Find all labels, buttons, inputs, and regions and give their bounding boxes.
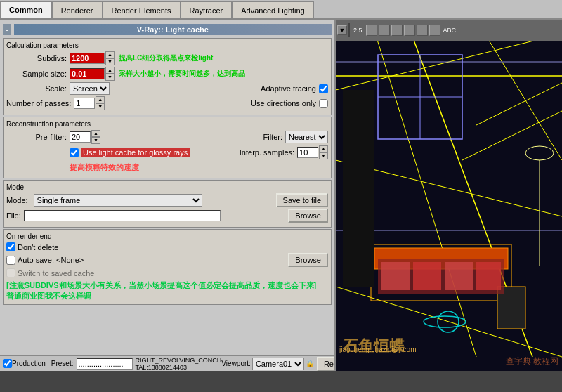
watermark-site: jiaocheng.chazidian.com [339, 346, 417, 353]
vp-tool3[interactable] [391, 25, 403, 36]
mode-select[interactable]: Single frame Fly-through From file Progr… [34, 194, 202, 207]
status-text: RIGHT_REVOLVING_CONCH TAL:13880214403 [136, 357, 222, 371]
prefilter-down[interactable]: ▼ [91, 137, 100, 144]
pre-filter-input[interactable] [70, 131, 91, 143]
file-browse-button[interactable]: Browse [288, 209, 328, 223]
auto-save-browse-row: Auto save: <None> Browse [6, 253, 328, 267]
left-panel: - V-Ray:: Light cache Calculation parame… [0, 20, 336, 371]
mode-row: Mode: Single frame Fly-through From file… [6, 193, 328, 207]
prefilter-filter-row: Pre-filter: ▲ ▼ Filter: Nearest None Fix… [6, 130, 328, 144]
mode-title: Mode [6, 183, 328, 191]
interp-up[interactable]: ▲ [319, 145, 328, 152]
save-to-file-button[interactable]: Save to file [276, 193, 328, 207]
viewport-select[interactable]: Camera01 [252, 358, 304, 370]
main-layout: - V-Ray:: Light cache Calculation parame… [0, 20, 562, 371]
num-passes-input[interactable] [74, 98, 95, 109]
use-directions-label: Use directions only [251, 99, 316, 107]
viewport-label: Viewport: [221, 360, 251, 367]
panel-title: V-Ray:: Light cache [14, 24, 332, 35]
sample-size-input[interactable] [70, 68, 105, 79]
dont-delete-row: Don't delete [6, 242, 328, 251]
interp-samples-input[interactable] [297, 147, 318, 158]
subdivs-spinner[interactable]: ▲ ▼ [70, 51, 115, 65]
use-directions-checkbox[interactable] [319, 99, 328, 108]
vp-number-label: 2.5 [351, 27, 365, 34]
vp-tool6[interactable] [429, 25, 440, 36]
file-row: File: Browse [6, 209, 328, 223]
viewport-panel[interactable]: ▼ 2.5 ABC 石鱼恒蝶 jiaocheng.chazidian.com 查… [336, 20, 562, 371]
vp-arrow-icon[interactable]: ▼ [337, 25, 347, 35]
sample-size-label: Sample size: [6, 70, 70, 78]
switch-label: Switch to saved cache [18, 269, 94, 277]
calc-params-title: Calculation parameters [6, 41, 328, 49]
vp-abc-label: ABC [442, 27, 458, 34]
auto-save-row: Auto save: <None> [6, 256, 288, 265]
annotation2: 采样大小越小，需要时间越多，达到高品 [117, 67, 247, 80]
sample-size-spinner[interactable]: ▲ ▼ [70, 67, 115, 81]
vp-tool2[interactable] [379, 25, 390, 36]
tab-render-elements[interactable]: Render Elements [103, 1, 181, 18]
subdivs-up[interactable]: ▲ [105, 51, 115, 58]
vp-tool1[interactable] [366, 25, 377, 36]
auto-save-label: Auto save: <None> [18, 256, 84, 264]
on-render-end-group: On render end Don't delete Auto save: <N… [3, 229, 332, 305]
preset-input[interactable] [77, 358, 133, 370]
preset-label: Preset: [51, 360, 74, 367]
passes-down[interactable]: ▼ [96, 103, 105, 110]
dont-delete-label: Don't delete [18, 243, 58, 251]
recon-params-title: Reconstruction parameters [6, 120, 328, 128]
pre-filter-spinner[interactable]: ▲ ▼ [70, 130, 100, 144]
tab-advanced-lighting[interactable]: Advanced Lighting [232, 1, 314, 18]
on-render-browse-button[interactable]: Browse [288, 253, 328, 267]
pre-filter-label: Pre-filter: [6, 133, 70, 141]
tab-common[interactable]: Common [0, 1, 52, 18]
watermark-corner: 查字典 教程网 [506, 355, 558, 367]
calculation-params-group: Calculation parameters Subdivs: ▲ ▼ 提高LC… [3, 38, 332, 115]
sample-size-row: Sample size: ▲ ▼ 采样大小越小，需要时间越多，达到高品 [6, 67, 328, 81]
annotation4: [注意SUBDIVS和场景大小有关系，当然小场景提高这个值必定会提高品质，速度也… [6, 281, 316, 300]
num-passes-spinner[interactable]: ▲ ▼ [74, 96, 105, 110]
subdivs-label: Subdivs: [6, 54, 70, 63]
svg-rect-20 [343, 90, 374, 287]
bottom-bar: Production Preset: RIGHT_REVOLVING_CONCH… [0, 355, 336, 371]
production-label: Production [12, 360, 46, 367]
interp-samples-spinner[interactable]: ▲ ▼ [297, 145, 328, 159]
interp-samples-label: Interp. samples: [240, 148, 294, 157]
scale-label: Scale: [6, 84, 70, 93]
auto-save-checkbox[interactable] [6, 256, 15, 265]
switch-row: Switch to saved cache [6, 268, 328, 277]
interp-down[interactable]: ▼ [319, 152, 328, 159]
on-render-end-title: On render end [6, 233, 328, 240]
sample-up[interactable]: ▲ [105, 67, 115, 74]
render-button[interactable]: Render [317, 357, 336, 371]
subdivs-input[interactable] [70, 53, 105, 64]
adaptive-tracing-checkbox[interactable] [319, 84, 328, 93]
annotation1: 提高LC细分取得黑点来检light [117, 52, 214, 65]
scale-select[interactable]: Screen World [70, 82, 110, 95]
file-input[interactable] [24, 210, 221, 221]
tab-raytracer[interactable]: Raytracer [181, 1, 233, 18]
scale-row: Scale: Screen World Adaptive tracing [6, 82, 328, 95]
num-passes-label: Number of passes: [6, 99, 74, 107]
prefilter-up[interactable]: ▲ [91, 130, 100, 137]
svg-rect-27 [476, 262, 501, 290]
vp-tool4[interactable] [404, 25, 415, 36]
annotation4-container: [注意SUBDIVS和场景大小有关系，当然小场景提高这个值必定会提高品质，速度也… [6, 280, 328, 301]
annotation3: 提高模糊特效的速度 [70, 162, 139, 173]
tab-bar: Common Renderer Render Elements Raytrace… [0, 0, 562, 20]
filter-label: Filter: [263, 133, 283, 141]
tab-renderer[interactable]: Renderer [52, 1, 103, 18]
num-passes-row: Number of passes: ▲ ▼ Use directions onl… [6, 96, 328, 110]
production-checkbox[interactable] [3, 359, 12, 368]
mode-label: Mode: [6, 196, 28, 204]
filter-select[interactable]: Nearest None Fixed [285, 131, 328, 143]
use-light-cache-checkbox[interactable] [70, 148, 79, 157]
viewport-svg [336, 20, 562, 371]
subdivs-down[interactable]: ▼ [105, 58, 115, 65]
dont-delete-checkbox[interactable] [6, 242, 15, 251]
collapse-button[interactable]: - [3, 24, 11, 35]
passes-up[interactable]: ▲ [96, 96, 105, 103]
sample-down[interactable]: ▼ [105, 74, 115, 81]
svg-rect-25 [413, 262, 441, 290]
vp-tool5[interactable] [417, 25, 428, 36]
